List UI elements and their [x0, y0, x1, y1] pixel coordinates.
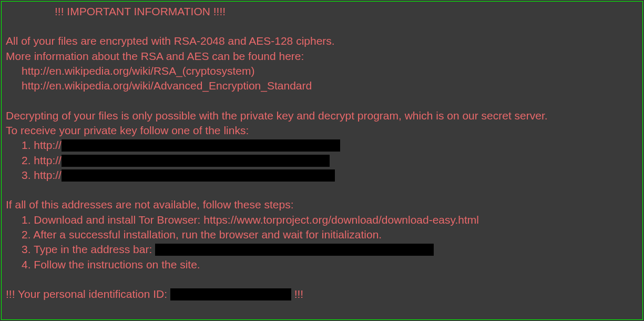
- private-key-link-2[interactable]: 2. http://: [22, 153, 638, 168]
- step-2: 2. After a successful installation, run …: [22, 227, 638, 242]
- step-3: 3. Type in the address bar:: [22, 242, 638, 257]
- step-1: 1. Download and install Tor Browser: htt…: [22, 213, 638, 227]
- ransom-note-frame: !!! IMPORTANT INFORMATION !!!! All of yo…: [1, 1, 643, 320]
- blank-line: [6, 272, 638, 287]
- line-encrypted: All of your files are encrypted with RSA…: [6, 34, 638, 48]
- link2-prefix: 2. http://: [22, 154, 62, 166]
- personal-id-line: !!! Your personal identification ID: !!!: [6, 287, 638, 302]
- redacted-url-3: [62, 169, 335, 182]
- line-decrypt-info: Decrypting of your files is only possibl…: [6, 108, 638, 123]
- line-receive-key: To receive your private key follow one o…: [6, 123, 638, 138]
- link-rsa[interactable]: http://en.wikipedia.org/wiki/RSA_(crypto…: [22, 64, 638, 78]
- link-aes[interactable]: http://en.wikipedia.org/wiki/Advanced_En…: [22, 78, 638, 93]
- step3-prefix: 3. Type in the address bar:: [22, 243, 155, 255]
- blank-line: [6, 94, 638, 108]
- link1-prefix: 1. http://: [22, 139, 62, 151]
- private-key-link-3[interactable]: 3. http://: [22, 168, 638, 183]
- redacted-url-2: [62, 155, 330, 167]
- line-unavailable: If all of this addresses are not availab…: [6, 197, 638, 212]
- redacted-url-1: [62, 139, 340, 152]
- id-suffix: !!!: [291, 288, 303, 300]
- line-more-info: More information about the RSA and AES c…: [6, 49, 638, 64]
- step-4: 4. Follow the instructions on the site.: [22, 257, 638, 272]
- redacted-tor-address: [155, 244, 434, 256]
- note-header: !!! IMPORTANT INFORMATION !!!!: [55, 4, 638, 19]
- blank-line: [6, 183, 638, 197]
- private-key-link-1[interactable]: 1. http://: [22, 138, 638, 153]
- redacted-id: [170, 288, 291, 300]
- link3-prefix: 3. http://: [22, 169, 62, 181]
- blank-line: [6, 19, 638, 34]
- id-prefix: !!! Your personal identification ID:: [6, 288, 170, 300]
